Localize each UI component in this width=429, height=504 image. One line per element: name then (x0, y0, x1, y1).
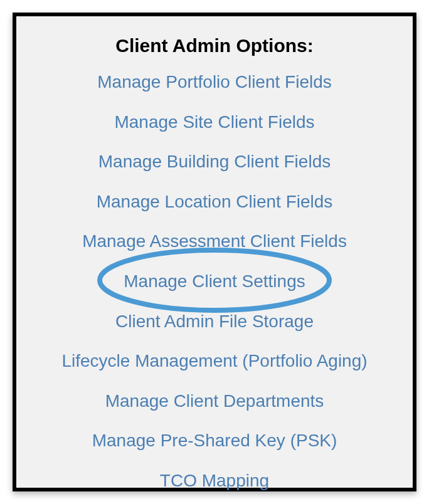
link-lifecycle-management[interactable]: Lifecycle Management (Portfolio Aging) (61, 350, 367, 372)
options-link-list: Manage Portfolio Client Fields Manage Si… (23, 71, 406, 504)
link-manage-building-client-fields[interactable]: Manage Building Client Fields (98, 151, 331, 172)
link-tco-mapping[interactable]: TCO Mapping (160, 470, 269, 491)
link-manage-location-client-fields[interactable]: Manage Location Client Fields (97, 191, 333, 213)
client-admin-options-panel: Client Admin Options: Manage Portfolio C… (13, 13, 416, 491)
link-client-admin-file-storage[interactable]: Client Admin File Storage (115, 311, 314, 332)
link-manage-portfolio-client-fields[interactable]: Manage Portfolio Client Fields (97, 71, 332, 93)
link-manage-client-departments[interactable]: Manage Client Departments (105, 391, 324, 412)
panel-heading: Client Admin Options: (115, 35, 314, 56)
link-manage-assessment-client-fields[interactable]: Manage Assessment Client Fields (82, 231, 347, 252)
link-manage-site-client-fields[interactable]: Manage Site Client Fields (114, 112, 314, 133)
link-manage-client-settings[interactable]: Manage Client Settings (124, 271, 305, 292)
link-manage-pre-shared-key[interactable]: Manage Pre-Shared Key (PSK) (92, 430, 337, 451)
